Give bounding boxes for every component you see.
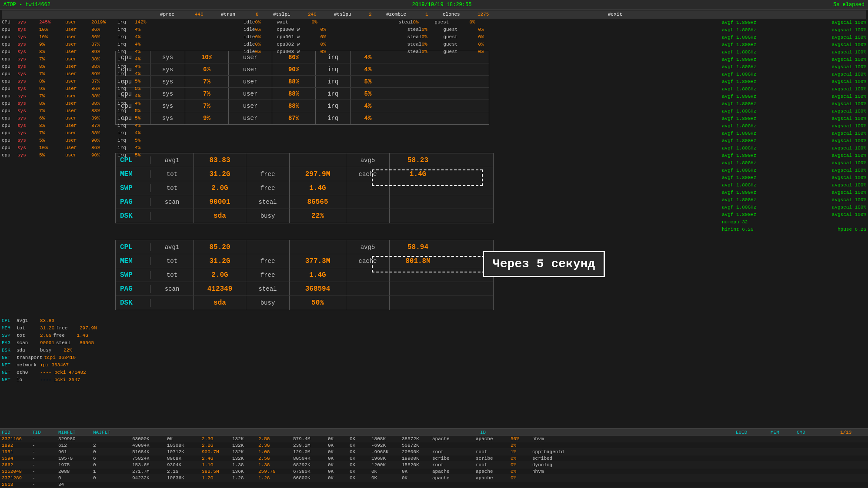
proc-col-c5 — [124, 430, 158, 435]
terminal-line: cpusys10%user86%irq4% — [2, 144, 866, 152]
table-row: 2613-34 — [0, 481, 868, 488]
header-right: 5s elapsed — [833, 2, 865, 8]
table-row: 3371289-0094232K10836K1.2G1.2G1.2G66800K… — [0, 475, 868, 481]
proc-col-id: ID — [480, 430, 736, 435]
table-row: 3662-19750153.6M9304K1.1G1.3G1.3G68292K0… — [0, 462, 868, 468]
process-table: PID TID MINFLT MAJFLT ID EUID MEM CMD 1/… — [0, 428, 868, 488]
header-center: 2019/10/19 18:29:55 — [412, 2, 472, 8]
proc-rows-container: 3371166-32998063000K0K2.3G132K2.5G579.4M… — [0, 436, 868, 488]
proc-col-euid: EUID — [736, 430, 771, 435]
proc-col-cmd: CMD — [797, 430, 840, 435]
proc-col-c12 — [358, 430, 384, 435]
proc-col-c9 — [258, 430, 289, 435]
terminal-line: cpusys8%user87%irq4% — [2, 122, 866, 129]
proc-col-majflt: MAJFLT — [93, 430, 124, 435]
table-row: 3594-19570675824K8968K2.4G132K2.5G80504K… — [0, 455, 868, 462]
proc-col-c6 — [158, 430, 193, 435]
proc-col-c13 — [384, 430, 411, 435]
proc-col-c15 — [445, 430, 480, 435]
proc-col-c8 — [228, 430, 258, 435]
table-row: 3371166-32998063000K0K2.3G132K2.5G579.4M… — [0, 436, 868, 442]
terminal-background: #proc 440 #trun 8 #tslpi 240 #tslpu 2 #z… — [0, 10, 868, 488]
proc-col-c14 — [411, 430, 445, 435]
table-row: 1892-612243004K10308K2.2G132K2.3G239.2M0… — [0, 442, 868, 449]
proc-col-tid: TID — [32, 430, 58, 435]
terminal-line: cpusys9%user86%irq5% — [2, 85, 866, 93]
terminal-line: cpusys7%user88%irq5% — [2, 107, 866, 115]
terminal-line: cpusys7%user88%irq4% — [2, 93, 866, 100]
terminal-line: cpusys8%user88%irq4% — [2, 100, 866, 107]
tooltip-box: Через 5 секунд — [483, 251, 605, 277]
proc-col-page: 1/13 — [840, 430, 866, 435]
terminal-line: cpusys7%user88%irq4% — [2, 129, 866, 137]
tooltip-text: Через 5 секунд — [493, 257, 595, 271]
proc-col-c10 — [289, 430, 324, 435]
header-bar: ATOP - twi14662 2019/10/19 18:29:55 5s e… — [0, 0, 868, 10]
proc-table-header: PID TID MINFLT MAJFLT ID EUID MEM CMD 1/… — [0, 428, 868, 436]
terminal-line: cpusys7%user89%irq4% — [2, 70, 866, 78]
terminal-line: cpusys6%user89%irq5% — [2, 115, 866, 122]
proc-col-c11 — [324, 430, 358, 435]
proc-col-minflt: MINFLT — [58, 430, 93, 435]
terminal-line: cpusys5%user90%irq5% — [2, 137, 866, 144]
table-row: 3252048-20881271.7M2.1G382.5M136K259.7G6… — [0, 468, 868, 475]
main-content: #proc 440 #trun 8 #tslpi 240 #tslpu 2 #z… — [0, 10, 868, 488]
terminal-line: cpusys7%user88%irq4% — [2, 56, 866, 63]
proc-col-pid: PID — [2, 430, 32, 435]
terminal-line: cpusys8%user87%irq5% — [2, 78, 866, 85]
table-row: 1951-961051684K10712K900.7M132K1.0G129.0… — [0, 449, 868, 455]
header-left: ATOP - twi14662 — [3, 2, 50, 8]
terminal-line: cpusys8%user88%irq4% — [2, 63, 866, 70]
proc-col-c7 — [193, 430, 228, 435]
proc-col-mem: MEM — [771, 430, 797, 435]
terminal-line: cpusys5%user90%irq5% — [2, 152, 866, 159]
